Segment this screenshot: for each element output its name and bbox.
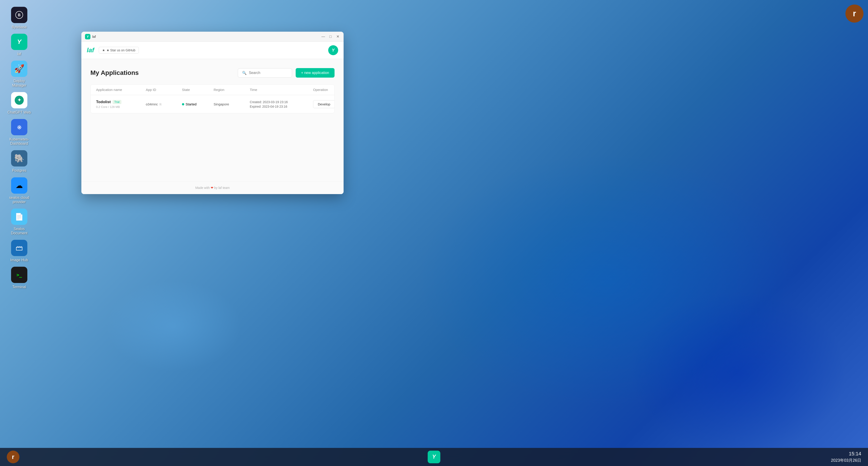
search-box[interactable]: 🔍 [238,68,292,78]
app-logo: laf [87,47,94,54]
state-label: Started [186,102,196,106]
window-footer: Made with ❤ by laf team [81,181,344,194]
star-icon: ★ [102,49,105,52]
taskbar-left: r [7,450,20,463]
heart-icon: ❤ [211,186,214,190]
app-topbar: laf ★ ★ Star us on GitHub Y [81,41,344,59]
desktop-icon-postgres-label: Postgres [12,168,26,173]
region-text: Singapore [214,102,250,106]
desktop-icon-bytebase[interactable]: B Bytebase [7,7,32,29]
desktop-icon-chatgpt-label: ChatGPT Web [7,110,31,114]
copy-icon[interactable]: ⎘ [160,103,161,106]
minimize-button[interactable]: — [321,34,326,39]
search-icon: 🔍 [242,71,247,75]
new-application-button[interactable]: + new application [296,68,335,78]
col-header-state: State [182,88,214,92]
maximize-button[interactable]: □ [328,34,333,39]
user-avatar-container: Y [328,45,338,55]
app-name-row: Todolist Trial [96,100,146,104]
taskbar-center: Y [428,450,440,463]
desktop-icon-imagehub-label: Image Hub [10,258,28,262]
desktop-icon-laf-label: laf [18,52,21,56]
taskbar-date: 2023年03月26日 [831,458,861,463]
app-specs: 0.2 Core / 128 MB [96,105,146,109]
desktop-icon-kubernetes-label: Kubernetes-Dashboard [7,137,32,146]
main-area: My Applications 🔍 + new application Appl… [81,59,344,181]
window-titlebar: Y laf — □ ✕ [81,32,344,41]
col-header-region: Region [214,88,250,92]
desktop-icon-terminal-label: Terminal [12,285,26,289]
search-input[interactable] [249,71,288,75]
svg-text:B: B [18,13,21,17]
window-title-text: laf [92,35,96,38]
user-avatar-button[interactable]: Y [328,45,338,55]
expired-time: Expired: 2023-04-19 23:16 [250,105,313,108]
header-actions: 🔍 + new application [238,68,335,78]
applications-table: Application name App ID State Region Tim… [90,84,335,113]
desktop-icon-deploy-label: Deploy Manager [7,79,32,87]
star-github-label: ★ Star us on GitHub [106,49,135,52]
desktop-icon-sealos-doc-label: Sealos Document [7,227,32,235]
time-cell: Created: 2023-03-19 23:16 Expired: 2023-… [250,100,313,108]
page-header: My Applications 🔍 + new application [90,68,335,78]
taskbar-right: 15:14 2023年03月26日 [831,451,861,463]
created-time: Created: 2023-03-19 23:16 [250,100,313,104]
taskbar-laf-icon[interactable]: Y [428,450,440,463]
taskbar-avatar[interactable]: r [7,450,20,463]
footer-text: Made with ❤ by laf team [195,186,230,190]
window-icon: Y [85,34,90,39]
app-id-text: o34mnc [146,102,158,106]
table-row: Todolist Trial 0.2 Core / 128 MB o34mnc … [91,95,334,113]
desktop-icons: B Bytebase Y laf 🚀 Deploy Manager ✦ [7,7,32,289]
col-header-appid: App ID [146,88,182,92]
app-window: Y laf — □ ✕ laf ★ ★ Star us on GitHub Y [81,32,344,194]
app-name: Todolist [96,100,111,104]
desktop-icon-imagehub[interactable]: 🗃 Image Hub [7,240,32,262]
desktop-icon-sealos-doc[interactable]: 📄 Sealos Document [7,209,32,235]
state-badge: Started [182,102,214,106]
operation-cell: Develop ⋮ [313,100,335,108]
close-button[interactable]: ✕ [336,34,340,39]
app-name-cell: Todolist Trial 0.2 Core / 128 MB [96,100,146,109]
trial-badge: Trial [113,100,121,104]
desktop: B Bytebase Y laf 🚀 Deploy Manager ✦ [0,0,868,466]
desktop-icon-postgres[interactable]: 🐘 Postgres [7,150,32,173]
desktop-icon-sealos-cloud-label: sealos cloud provider [7,196,32,204]
desktop-icon-bytebase-label: Bytebase [12,25,27,29]
taskbar-time: 15:14 [849,451,861,457]
desktop-icon-terminal[interactable]: >_ Terminal [7,267,32,289]
taskbar: r Y 15:14 2023年03月26日 [0,448,868,466]
col-header-operation: Operation [313,88,335,92]
table-header: Application name App ID State Region Tim… [91,85,334,95]
page-title: My Applications [90,69,139,77]
desktop-icon-deploy[interactable]: 🚀 Deploy Manager [7,61,32,87]
desktop-icon-sealos-cloud[interactable]: ☁ sealos cloud provider [7,177,32,204]
col-header-name: Application name [96,88,146,92]
window-controls: — □ ✕ [321,34,340,39]
top-right-avatar[interactable]: r [845,4,864,23]
app-id-cell: o34mnc ⎘ [146,102,182,106]
col-header-time: Time [250,88,313,92]
desktop-icon-chatgpt[interactable]: ✦ ChatGPT Web [7,92,32,114]
star-github-button[interactable]: ★ ★ Star us on GitHub [99,47,139,54]
desktop-icon-kubernetes[interactable]: ⎈ Kubernetes-Dashboard [7,119,32,146]
develop-button[interactable]: Develop [313,100,335,108]
svg-text:✦: ✦ [18,97,21,103]
desktop-icon-laf[interactable]: Y laf [7,34,32,56]
window-title-left: Y laf [85,34,96,39]
state-dot [182,103,184,106]
